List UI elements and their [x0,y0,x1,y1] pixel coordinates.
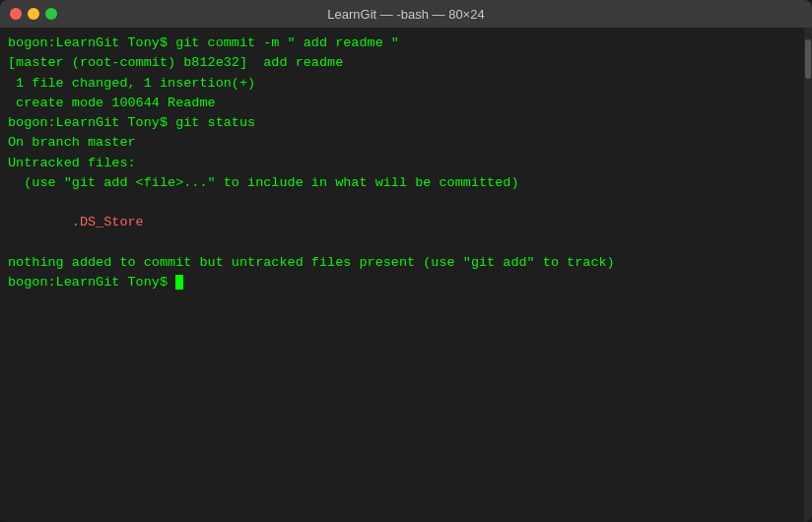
terminal-line-10: .DS_Store [8,213,804,232]
terminal-line-7: Untracked files: [8,154,804,173]
ds-store-text: .DS_Store [72,215,144,229]
terminal-line-13: bogon:LearnGit Tony$ [8,273,804,293]
terminal-line-8: (use "git add <file>..." to include in w… [8,173,804,193]
terminal-line-11 [8,233,804,253]
terminal-line-2: [master (root-commit) b812e32] add readm… [8,53,804,73]
close-button[interactable] [10,8,22,20]
titlebar: LearnGit — -bash — 80×24 [0,0,812,28]
terminal-cursor [175,275,183,290]
terminal-line-12: nothing added to commit but untracked fi… [8,253,804,273]
terminal-line-4: create mode 100644 Readme [8,94,804,113]
terminal-window: LearnGit — -bash — 80×24 bogon:LearnGit … [0,0,812,522]
minimize-button[interactable] [28,8,39,20]
terminal-line-9 [8,193,804,213]
terminal-line-1: bogon:LearnGit Tony$ git commit -m " add… [8,33,804,53]
terminal-line-5: bogon:LearnGit Tony$ git status [8,113,804,133]
scrollbar[interactable] [804,28,812,522]
maximize-button[interactable] [45,8,57,20]
window-title: LearnGit — -bash — 80×24 [327,7,484,22]
traffic-lights [10,8,57,20]
terminal-body[interactable]: bogon:LearnGit Tony$ git commit -m " add… [0,28,812,522]
scrollbar-thumb[interactable] [805,39,811,79]
terminal-line-6: On branch master [8,133,804,153]
terminal-line-3: 1 file changed, 1 insertion(+) [8,74,804,94]
